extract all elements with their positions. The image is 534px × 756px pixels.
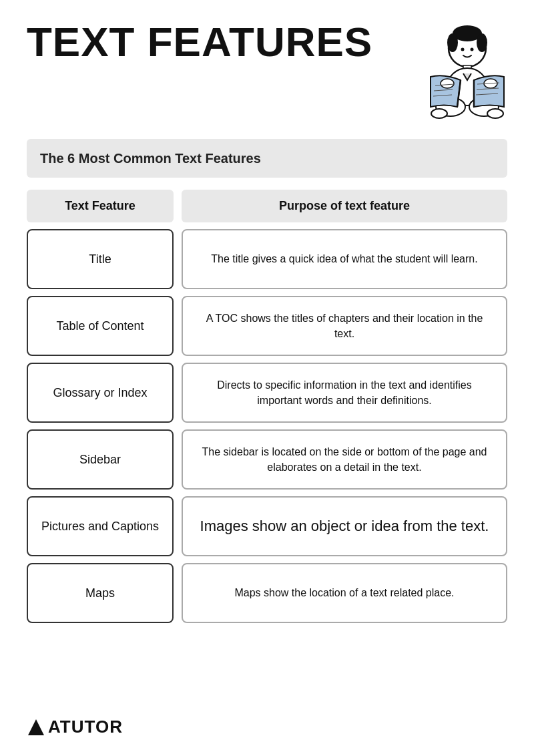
svg-point-4 [461, 48, 465, 51]
table-row: Table of Content A TOC shows the titles … [27, 296, 507, 356]
table-section: Text Feature Purpose of text feature Tit… [27, 190, 507, 623]
page-container: TEXT FEATURES [0, 0, 534, 756]
table-row: Sidebar The sidebar is located on the si… [27, 429, 507, 490]
logo-icon [27, 718, 45, 737]
svg-point-11 [487, 109, 503, 118]
character-illustration [394, 13, 507, 127]
svg-point-14 [441, 79, 454, 88]
feature-cell-pictures: Pictures and Captions [27, 496, 174, 556]
feature-cell-glossary: Glossary or Index [27, 363, 174, 423]
purpose-cell-maps: Maps show the location of a text related… [182, 563, 507, 623]
svg-point-5 [471, 48, 474, 51]
feature-cell-title: Title [27, 229, 174, 289]
purpose-cell-toc: A TOC shows the titles of chapters and t… [182, 296, 507, 356]
table-row: Pictures and Captions Images show an obj… [27, 496, 507, 556]
purpose-cell-sidebar: The sidebar is located on the side or bo… [182, 429, 507, 490]
logo-text: ATUTOR [48, 717, 123, 737]
header-section: TEXT FEATURES [27, 20, 507, 127]
table-row: Maps Maps show the location of a text re… [27, 563, 507, 623]
purpose-cell-pictures: Images show an object or idea from the t… [182, 496, 507, 556]
column-header-feature: Text Feature [27, 190, 174, 222]
table-row: Glossary or Index Directs to specific in… [27, 363, 507, 423]
column-header-purpose: Purpose of text feature [182, 190, 507, 222]
svg-point-3 [477, 33, 487, 52]
subtitle-banner: The 6 Most Common Text Features [27, 139, 507, 178]
purpose-cell-glossary: Directs to specific information in the t… [182, 363, 507, 423]
table-header: Text Feature Purpose of text feature [27, 190, 507, 222]
table-row: Title The title gives a quick idea of wh… [27, 229, 507, 289]
svg-point-10 [431, 109, 447, 118]
svg-marker-22 [28, 719, 44, 735]
feature-cell-toc: Table of Content [27, 296, 174, 356]
feature-cell-maps: Maps [27, 563, 174, 623]
purpose-cell-title: The title gives a quick idea of what the… [182, 229, 507, 289]
svg-point-2 [447, 33, 458, 52]
footer-logo: ATUTOR [27, 717, 123, 737]
feature-cell-sidebar: Sidebar [27, 429, 174, 490]
main-title: TEXT FEATURES [27, 20, 372, 63]
